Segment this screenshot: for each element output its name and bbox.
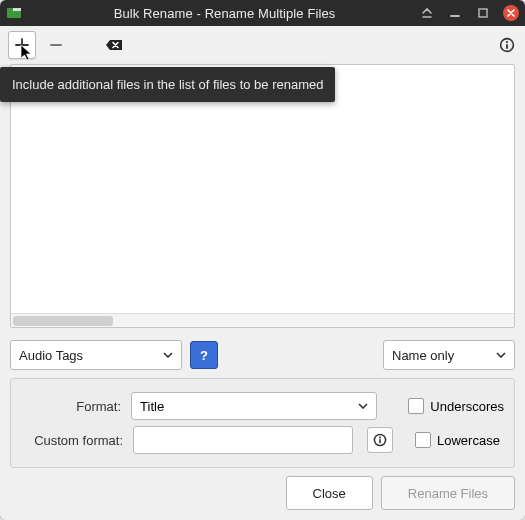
svg-rect-2 <box>7 8 13 11</box>
keep-above-button[interactable] <box>419 5 435 21</box>
chevron-down-icon <box>163 352 173 358</box>
app-window: Bulk Rename - Rename Multiple Files <box>0 0 525 520</box>
format-value: Title <box>140 399 358 414</box>
scrollbar-thumb[interactable] <box>13 316 113 326</box>
help-button-label: ? <box>200 348 208 363</box>
column-combo[interactable]: Name only <box>383 340 515 370</box>
lowercase-checkbox[interactable]: Lowercase <box>415 432 500 448</box>
remove-files-button[interactable] <box>42 31 70 59</box>
underscores-label: Underscores <box>430 399 504 414</box>
maximize-button[interactable] <box>475 5 491 21</box>
underscores-checkbox[interactable]: Underscores <box>408 398 504 414</box>
close-window-button[interactable] <box>503 5 519 21</box>
close-button[interactable]: Close <box>286 476 373 510</box>
svg-rect-11 <box>379 439 381 443</box>
svg-rect-8 <box>506 44 508 49</box>
format-combo[interactable]: Title <box>131 392 377 420</box>
app-icon <box>6 5 22 21</box>
custom-format-input[interactable] <box>133 426 353 454</box>
chevron-down-icon <box>358 403 368 409</box>
custom-format-info-button[interactable] <box>367 427 393 453</box>
dialog-buttons: Close Rename Files <box>0 476 525 520</box>
close-button-label: Close <box>313 486 346 501</box>
rename-files-button-label: Rename Files <box>408 486 488 501</box>
controls-row: Audio Tags ? Name only <box>0 334 525 374</box>
toolbar <box>0 26 525 64</box>
svg-point-7 <box>506 41 508 43</box>
file-list-area[interactable] <box>10 64 515 328</box>
checkbox-icon <box>415 432 431 448</box>
horizontal-scrollbar[interactable] <box>11 313 514 327</box>
custom-format-label: Custom format: <box>21 433 123 448</box>
window-buttons <box>419 5 519 21</box>
rename-files-button[interactable]: Rename Files <box>381 476 515 510</box>
tooltip: Include additional files in the list of … <box>0 67 335 102</box>
custom-format-row: Custom format: Lowercase <box>21 423 504 457</box>
about-button[interactable] <box>497 35 517 55</box>
rename-mode-value: Audio Tags <box>19 348 153 363</box>
minimize-button[interactable] <box>447 5 463 21</box>
svg-rect-4 <box>479 9 487 17</box>
add-files-button[interactable] <box>8 31 36 59</box>
format-row: Format: Title Underscores <box>21 389 504 423</box>
svg-point-10 <box>379 436 381 438</box>
checkbox-icon <box>408 398 424 414</box>
help-button[interactable]: ? <box>190 341 218 369</box>
window-title: Bulk Rename - Rename Multiple Files <box>30 6 419 21</box>
lowercase-label: Lowercase <box>437 433 500 448</box>
chevron-down-icon <box>496 352 506 358</box>
options-panel: Format: Title Underscores Custom format: <box>10 378 515 468</box>
format-label: Format: <box>21 399 121 414</box>
rename-mode-combo[interactable]: Audio Tags <box>10 340 182 370</box>
clear-files-button[interactable] <box>100 31 128 59</box>
titlebar: Bulk Rename - Rename Multiple Files <box>0 0 525 26</box>
column-combo-value: Name only <box>392 348 486 363</box>
